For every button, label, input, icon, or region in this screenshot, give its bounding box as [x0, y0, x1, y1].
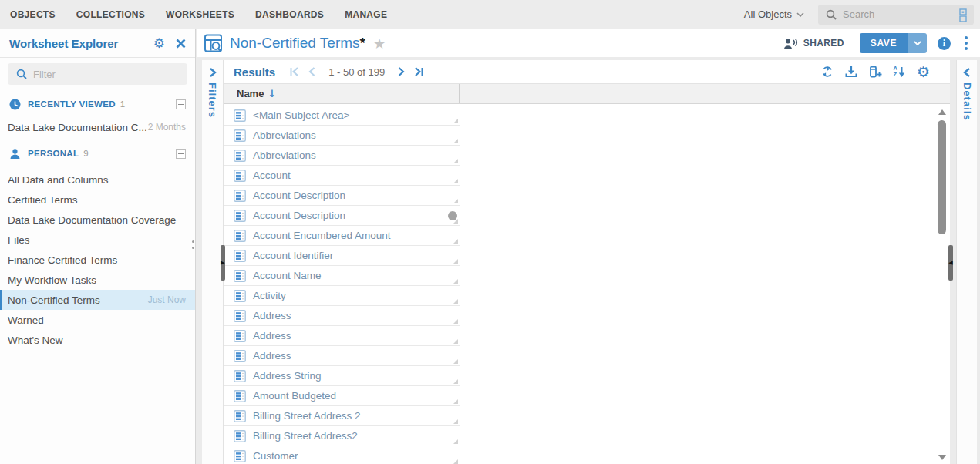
search-input[interactable]	[843, 8, 951, 20]
table-row[interactable]: Account	[224, 166, 460, 186]
refresh-icon[interactable]	[821, 66, 834, 78]
table-row[interactable]: Account Identifier	[224, 246, 460, 266]
row-resize-grip[interactable]	[453, 439, 458, 444]
table-row[interactable]: Address String	[224, 366, 460, 386]
section-count: 1	[120, 99, 125, 109]
sidebar-item[interactable]: Data Lake Documentation C... 2 Months	[0, 116, 195, 139]
next-page-icon[interactable]	[397, 66, 406, 77]
download-icon[interactable]	[845, 66, 857, 78]
nav-item[interactable]: WORKSHEETS	[166, 9, 234, 20]
sidebar-item-worksheet[interactable]: What's New	[0, 330, 195, 350]
add-column-icon[interactable]	[869, 66, 882, 78]
table-row[interactable]: Address	[224, 326, 460, 346]
object-browser-icon[interactable]	[958, 8, 968, 22]
collapse-section-icon[interactable]	[176, 149, 186, 159]
results-settings-gear-icon[interactable]: ⚙	[917, 65, 930, 79]
table-row[interactable]: Billing Street Address 2	[224, 406, 460, 426]
table-row[interactable]: Abbreviations	[224, 146, 460, 166]
scroll-down-arrow[interactable]	[938, 455, 946, 460]
table-row[interactable]: Address	[224, 306, 460, 326]
nav-item[interactable]: MANAGE	[345, 9, 387, 20]
section-personal[interactable]: PERSONAL 9	[0, 142, 195, 165]
filters-splitter-handle[interactable]: ▶	[221, 245, 225, 281]
row-resize-grip[interactable]	[453, 239, 458, 244]
details-splitter-handle[interactable]: ◀	[948, 245, 953, 281]
close-icon[interactable]	[176, 39, 186, 49]
row-resize-grip[interactable]	[453, 259, 458, 264]
row-resize-grip[interactable]	[453, 179, 458, 183]
filter-search-icon	[16, 69, 27, 79]
row-resize-grip[interactable]	[453, 359, 458, 364]
sidebar-filter-input[interactable]	[33, 69, 172, 80]
row-resize-grip[interactable]	[453, 299, 458, 304]
table-row[interactable]: Customer	[224, 446, 460, 464]
row-resize-grip[interactable]	[453, 219, 458, 224]
row-resize-grip[interactable]	[453, 279, 458, 284]
sidebar-item-worksheet[interactable]: My Workflow Tasks	[0, 270, 195, 290]
term-icon	[234, 330, 246, 342]
sidebar-settings-gear-icon[interactable]: ⚙	[153, 37, 165, 50]
page-title: Non-Certified Terms	[230, 35, 360, 52]
expand-filters-chevron-icon[interactable]	[208, 67, 217, 78]
sidebar-item-worksheet[interactable]: Finance Certified Terms	[0, 250, 195, 270]
row-resize-grip[interactable]	[453, 459, 458, 464]
row-resize-grip[interactable]	[453, 139, 458, 143]
info-icon[interactable]: i	[938, 37, 951, 50]
table-row[interactable]: Address	[224, 346, 460, 366]
pagination-controls: 1 - 50 of 199	[289, 66, 424, 78]
results-heading: Results	[234, 66, 275, 79]
nav-item[interactable]: COLLECTIONS	[76, 9, 145, 20]
table-row[interactable]: Billing Street Address2	[224, 426, 460, 446]
column-header-name[interactable]: Name ↓	[224, 84, 460, 103]
nav-item[interactable]: OBJECTS	[10, 9, 56, 20]
row-resize-grip[interactable]	[453, 159, 458, 163]
scroll-up-arrow[interactable]	[938, 109, 946, 115]
table-row[interactable]: Account Description	[224, 206, 460, 226]
results-rows: <Main Subject Area> Abbreviati	[224, 106, 950, 464]
favorite-star-icon[interactable]: ★	[373, 35, 386, 52]
table-row[interactable]: Activity	[224, 286, 460, 306]
sidebar-item-worksheet[interactable]: All Data and Columns	[0, 170, 195, 190]
row-resize-grip[interactable]	[453, 319, 458, 324]
row-resize-grip[interactable]	[453, 399, 458, 404]
collapse-section-icon[interactable]	[176, 99, 186, 109]
expand-details-chevron-icon[interactable]	[962, 67, 972, 78]
sidebar-item-worksheet[interactable]: Data Lake Documentation Coverage	[0, 210, 195, 230]
term-icon	[234, 390, 246, 402]
scrollbar-thumb[interactable]	[938, 120, 946, 234]
table-row[interactable]: Abbreviations	[224, 126, 460, 146]
personal-worksheet-list: All Data and Columns Certified Terms Dat…	[0, 170, 195, 350]
table-row[interactable]: Account Description	[224, 186, 460, 206]
sidebar-item-worksheet[interactable]: Certified Terms	[0, 190, 195, 210]
previous-page-icon[interactable]	[308, 66, 316, 77]
row-resize-grip[interactable]	[453, 119, 458, 123]
sort-az-icon[interactable]: AZ	[894, 66, 905, 78]
row-resize-grip[interactable]	[453, 339, 458, 344]
row-resize-grip[interactable]	[453, 419, 458, 424]
sidebar-item-worksheet[interactable]: Files	[0, 230, 195, 250]
table-row[interactable]: Amount Budgeted	[224, 386, 460, 406]
shared-status-badge: SHARED	[803, 38, 844, 49]
first-page-icon[interactable]	[289, 66, 300, 77]
term-icon	[234, 150, 246, 162]
save-button[interactable]: SAVE	[860, 33, 908, 53]
row-resize-grip[interactable]	[453, 379, 458, 384]
nav-item[interactable]: DASHBOARDS	[255, 9, 324, 20]
section-recently-viewed[interactable]: RECENTLY VIEWED 1	[0, 92, 195, 116]
save-dropdown-button[interactable]	[908, 33, 927, 53]
table-row[interactable]: Account Name	[224, 266, 460, 286]
search-scope-dropdown[interactable]: All Objects	[744, 8, 804, 20]
table-row[interactable]: Account Encumbered Amount	[224, 226, 460, 246]
sidebar-item-worksheet[interactable]: Warned	[0, 310, 195, 330]
term-icon	[234, 190, 246, 202]
last-page-icon[interactable]	[413, 66, 424, 77]
section-label: PERSONAL	[28, 149, 79, 158]
sidebar-resize-handle[interactable]	[192, 240, 194, 249]
filters-tab[interactable]: Filters	[207, 82, 218, 118]
more-options-icon[interactable]	[963, 35, 969, 52]
sidebar-item-worksheet[interactable]: Non-Certified Terms Just Now	[0, 290, 195, 310]
table-row[interactable]: <Main Subject Area>	[224, 106, 460, 126]
row-resize-grip[interactable]	[453, 199, 458, 203]
details-tab[interactable]: Details	[961, 82, 973, 121]
worksheet-icon	[204, 33, 224, 53]
